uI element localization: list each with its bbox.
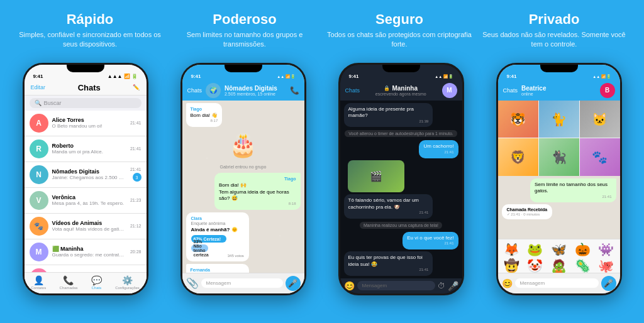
notch-3 [382, 65, 420, 72]
stickers-panel: 🦊 🐸 🦋 🎃 👾 🤠 🤡 🧟 🦠 🐙 [498, 239, 620, 276]
chat-item-videos[interactable]: 🐾 Vídeos de Animais Vota aqui! Mais víde… [25, 214, 147, 239]
feature-privado-desc: Seus dados não são revelados. Somente vo… [482, 30, 626, 50]
sticker-zombie[interactable]: 🧟 [548, 258, 570, 273]
search-bar-1[interactable]: 🔍 Buscar [30, 98, 142, 108]
back-btn-3[interactable]: Chats [345, 87, 360, 94]
feature-rapido-desc: Simples, confiável e sincronizado em tod… [18, 30, 162, 50]
photo-cat3[interactable]: 🦁 [498, 138, 538, 176]
private-msg-cats: Sem limite no tamanho dos seus gatos. 21… [530, 178, 616, 203]
photo-cat5[interactable]: 🐾 [580, 138, 620, 176]
status-time-3: 9:41 [349, 74, 359, 79]
sticker-butterfly[interactable]: 🦋 [548, 242, 570, 257]
phone-frame-2: 9:41 ▲▲ 📶 🔋 Chats 🌍 Nômades Digitais 2.5… [180, 63, 306, 295]
call-icon-2[interactable]: 📞 [290, 86, 299, 95]
dark-contact-avatar: M [442, 83, 457, 98]
phone-screen-3: 9:41 ▲▲ 📶 🔋 Chats 🔒 Maninha escrevendo a… [340, 65, 462, 293]
msg-tiago-outgoing: Tiago Bom dia! 🙌Tem alguma ideia de que … [214, 173, 301, 210]
tab-chamadas[interactable]: 📞 Chamadas [59, 275, 77, 290]
feature-rapido-title: Rápido [67, 11, 114, 28]
tab-bar-1: 👤 Contatos 📞 Chamadas 💬 Chats ⚙️ Configu… [25, 272, 147, 293]
chat-meta-alice: 21:41 [130, 121, 142, 125]
photo-cat2[interactable]: 🐱 [580, 101, 620, 138]
feature-poderoso-desc: Sem limites no tamanho dos grupos e tran… [172, 30, 317, 50]
group-messages: Tiago Bom dia! 👋 8:17 🎂 Gabriel entrou n… [182, 101, 304, 293]
emoji-icon-4[interactable]: 😊 [502, 278, 513, 288]
chat-item-veronica[interactable]: V Verônica Mesa para 4, às 19h. Te esper… [25, 188, 147, 214]
voice-record-btn-4[interactable]: 🎤 [601, 276, 616, 291]
poll-option-2[interactable]: 33% Não tenho certeza [191, 244, 244, 252]
sticker-virus[interactable]: 🦠 [571, 258, 594, 273]
photo-tiger[interactable]: 🐯 [498, 101, 538, 138]
sticker-pumpkin[interactable]: 🎃 [571, 242, 594, 257]
feature-seguro-title: Seguro [375, 11, 423, 28]
sticker-clown[interactable]: 🤡 [524, 258, 547, 273]
phone-wrapper-4: 9:41 ▲▲ 📶 🔋 Chats Beatrice online B 🐯 [490, 60, 628, 298]
feature-seguro-desc: Todos os chats são protegidos com cripto… [327, 30, 472, 50]
photo-cat4[interactable]: 🐈‍⬛ [539, 138, 579, 176]
tab-chats-active[interactable]: 💬 Chats [91, 275, 102, 290]
chat-info-veronica: Verônica Mesa para 4, às 19h. Te espero. [52, 194, 126, 206]
phone-wrapper-1: 9:41 ▲▲▲ 📶 🔋 Editar Chats ✏️ 🔍 Buscar [16, 60, 155, 298]
sticker-fox[interactable]: 🦊 [501, 242, 523, 257]
chat-meta-nomades: 21:41 3 [130, 167, 142, 182]
mic-icon-dark[interactable]: 🎤 [448, 281, 458, 291]
dark-msg-cachorro: Um cachorro! 21:41 [419, 140, 458, 158]
poll-bubble: Clara Enquete anônima Ainda é manhã? 🌞 6… [186, 212, 249, 261]
attach-icon[interactable]: 📎 [186, 277, 199, 289]
chat-meta-maninha: 20:28 [130, 249, 142, 254]
back-btn-4[interactable]: Chats [503, 87, 518, 94]
sticker-1: 🎂 [186, 132, 301, 158]
nav-edit[interactable]: Editar [31, 84, 46, 90]
dark-msg-question: Alguma ideia de presente pra mamãe? 21:3… [344, 103, 433, 128]
sticker-frog[interactable]: 🐸 [524, 242, 547, 257]
avatar-veronica: V [30, 191, 48, 210]
sticker-cowboy[interactable]: 🤠 [501, 258, 523, 273]
tab-configuracoes[interactable]: ⚙️ Configurações [115, 275, 140, 290]
tab-contatos[interactable]: 👤 Contatos [31, 275, 46, 290]
search-icon: 🔍 [35, 100, 42, 106]
group-avatar: 🌍 [206, 83, 221, 98]
avatar-videos: 🐾 [30, 217, 48, 236]
phone-wrapper-2: 9:41 ▲▲ 📶 🔋 Chats 🌍 Nômades Digitais 2.5… [174, 60, 313, 298]
chat-info-alice: Alice Torres O Beto mandou um oi! [52, 117, 126, 129]
chat-info-nomades: Nômades Digitais Janine: Chegamos aos 2.… [52, 168, 126, 180]
message-input-4[interactable]: Mensagem [515, 278, 599, 288]
avatar-roberto: R [30, 140, 48, 158]
timer-icon[interactable]: ⏱ [438, 282, 445, 290]
chat-item-alice[interactable]: A Alice Torres O Beto mandou um oi! 21:4… [25, 111, 147, 136]
emoji-icon-dark[interactable]: 😊 [344, 281, 355, 291]
dark-msg-serio: Tô falando sério, vamos dar um cachorrin… [344, 194, 433, 219]
back-btn-2[interactable]: Chats [187, 87, 203, 94]
chat-info-roberto: Roberto Manda um oi pra Alice. [52, 143, 126, 155]
chat-info-videos: Vídeos de Animais Vota aqui! Mais vídeos… [52, 220, 126, 232]
message-input-2[interactable]: Mensagem [201, 278, 283, 288]
phone-frame-3: 9:41 ▲▲ 📶 🔋 Chats 🔒 Maninha escrevendo a… [338, 63, 464, 295]
input-bar-4: 😊 Mensagem 🎤 [498, 273, 620, 293]
photo-cat1[interactable]: 🐈 [539, 101, 579, 138]
chat-meta-roberto: 21:41 [130, 146, 142, 151]
notch-2 [225, 65, 262, 72]
video-thumb-dog: 🎬 [348, 160, 404, 193]
sticker-alien[interactable]: 👾 [595, 242, 618, 257]
dark-msg-vi: Eu vi o que você fez! 21:41 [402, 232, 458, 249]
phone-screen-1: 9:41 ▲▲▲ 📶 🔋 Editar Chats ✏️ 🔍 Buscar [25, 65, 147, 293]
avatar-maninha: M [30, 243, 48, 261]
dark-message-input[interactable]: Mensagem [357, 281, 435, 290]
voice-record-btn[interactable]: 🎤 [286, 276, 301, 291]
unread-badge-nomades: 3 [133, 173, 142, 182]
phone-screen-2: 9:41 ▲▲ 📶 🔋 Chats 🌍 Nômades Digitais 2.5… [182, 65, 304, 293]
sticker-octopus[interactable]: 🐙 [595, 258, 618, 273]
notch-1 [67, 65, 104, 72]
chat-item-roberto[interactable]: R Roberto Manda um oi pra Alice. 21:41 [25, 136, 147, 162]
chat-item-maninha[interactable]: M 🟩 Maninha Guarda o segredo: me contrat… [25, 239, 147, 265]
private-chat-header: Chats Beatrice online B [498, 80, 620, 101]
chat-item-nomades[interactable]: N Nômades Digitais Janine: Chegamos aos … [25, 162, 147, 188]
avatar-alice: A [30, 114, 48, 133]
search-placeholder: Buscar [44, 100, 62, 106]
feature-poderoso-title: Poderoso [213, 11, 276, 28]
compose-icon[interactable]: ✏️ [133, 84, 140, 90]
status-time-4: 9:41 [507, 74, 517, 79]
beatrice-info: Beatrice online [521, 85, 596, 96]
header-features: Rápido Simples, confiável e sincronizado… [0, 0, 644, 55]
dark-msg-provas: Eu quis ter provas de que isso foi ideia… [344, 251, 433, 276]
